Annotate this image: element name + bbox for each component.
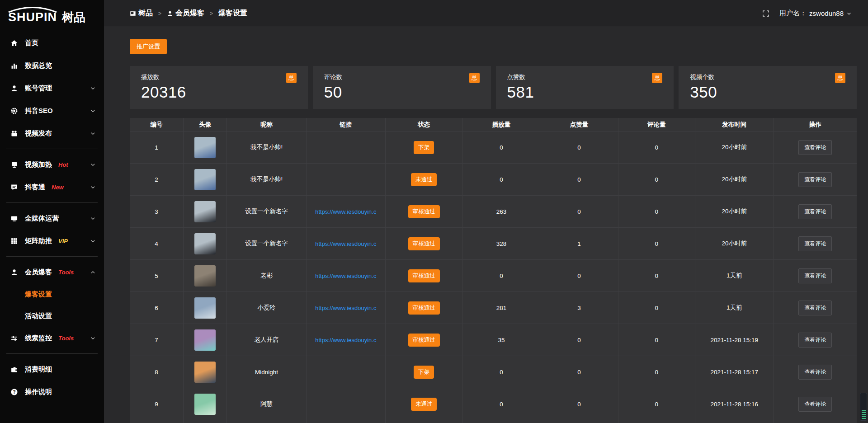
- status-badge[interactable]: 审核通过: [408, 334, 440, 347]
- fullscreen-icon[interactable]: [762, 10, 769, 17]
- breadcrumb-label: 树品: [138, 9, 153, 18]
- breadcrumb-separator: >: [158, 10, 161, 17]
- view-comments-button[interactable]: 查看评论: [798, 140, 832, 155]
- status-badge[interactable]: 未通过: [411, 398, 437, 411]
- avatar: [194, 137, 216, 158]
- view-comments-button[interactable]: 查看评论: [798, 172, 832, 187]
- cell: [695, 420, 774, 423]
- breadcrumb-item-app[interactable]: 树品: [130, 9, 153, 18]
- cell: [130, 420, 184, 423]
- breadcrumb-item-member[interactable]: 会员爆客: [167, 9, 204, 18]
- sidebar-item[interactable]: 视频加热Hot: [0, 153, 104, 176]
- status-badge[interactable]: 审核通过: [408, 237, 440, 250]
- promotion-settings-button[interactable]: 推广设置: [130, 39, 167, 54]
- link-cell: https://www.iesdouyin.c: [307, 260, 386, 291]
- view-comments-button[interactable]: 查看评论: [798, 333, 832, 348]
- video-link[interactable]: https://www.iesdouyin.c: [315, 273, 376, 279]
- view-comments-button[interactable]: 查看评论: [798, 365, 832, 380]
- column-header: 链接: [307, 118, 386, 131]
- grid-icon: [10, 237, 18, 245]
- nickname: Midnight: [227, 356, 306, 388]
- view-comments-button[interactable]: 查看评论: [798, 204, 832, 219]
- total-badge: 总: [652, 73, 662, 83]
- sidebar-divider: [6, 256, 98, 257]
- breadcrumb: 树品 > 会员爆客 > 爆客设置: [130, 9, 247, 18]
- column-header: 编号: [130, 118, 184, 131]
- avatar: [194, 329, 216, 351]
- sidebar-subitem[interactable]: 爆客设置: [0, 283, 104, 305]
- sidebar-item-label: 操作说明: [25, 388, 52, 396]
- sidebar-item[interactable]: 会员爆客Tools: [0, 261, 104, 283]
- row-id: 7: [130, 324, 184, 356]
- stat-card-value: 20316: [141, 84, 297, 101]
- view-comments-button[interactable]: 查看评论: [798, 268, 832, 283]
- status-badge[interactable]: 下架: [414, 141, 434, 154]
- avatar-cell: [184, 196, 227, 227]
- heat-icon: [10, 160, 18, 169]
- sidebar-item[interactable]: 视频发布: [0, 122, 104, 145]
- sidebar-item[interactable]: 数据总览: [0, 54, 104, 77]
- stat-card-value: 350: [690, 84, 845, 101]
- video-link[interactable]: https://www.iesdouyin.c: [315, 240, 376, 247]
- table-row: 7老人开店https://www.iesdouyin.c审核通过35002021…: [130, 324, 857, 356]
- stat-card-label: 视频个数: [690, 73, 845, 81]
- publish-time: 20小时前: [695, 164, 774, 195]
- table-row: 3设置一个新名字https://www.iesdouyin.c审核通过26300…: [130, 196, 857, 228]
- sidebar-item[interactable]: 消费明细: [0, 358, 104, 381]
- sidebar-subitem[interactable]: 活动设置: [0, 305, 104, 327]
- nickname: 我不是小帅!: [227, 132, 306, 163]
- publish-time: 2021-11-28 15:16: [695, 388, 774, 420]
- sidebar-item[interactable]: 账号管理: [0, 77, 104, 99]
- video-link[interactable]: https://www.iesdouyin.c: [315, 305, 376, 311]
- like-count: 0: [540, 196, 618, 227]
- brand-name-cn: 树品: [62, 11, 85, 24]
- view-comments-button[interactable]: 查看评论: [798, 397, 832, 412]
- user-menu[interactable]: 用户名： zswodun88: [779, 9, 852, 18]
- status-badge[interactable]: 未通过: [411, 173, 437, 186]
- avatar-cell: [184, 292, 227, 324]
- cell: [774, 420, 857, 423]
- status-cell: 审核通过: [386, 260, 462, 291]
- main-column: 树品 > 会员爆客 > 爆客设置 用户名：: [104, 0, 868, 423]
- status-cell: 下架: [386, 132, 462, 163]
- sidebar-item[interactable]: 首页: [0, 32, 104, 54]
- row-id: 3: [130, 196, 184, 227]
- nickname: 阿慧: [227, 388, 306, 420]
- view-comments-button[interactable]: 查看评论: [798, 301, 832, 315]
- sidebar-item[interactable]: 抖音SEO: [0, 99, 104, 122]
- publish-time: 20小时前: [695, 196, 774, 227]
- sidebar-item[interactable]: 全媒体运营: [0, 207, 104, 230]
- sidebar-item[interactable]: 矩阵助推VIP: [0, 230, 104, 252]
- chat-icon: [10, 183, 18, 191]
- cell: [540, 420, 618, 423]
- sidebar-divider: [6, 353, 98, 354]
- sidebar-item[interactable]: 抖客通New: [0, 176, 104, 198]
- sidebar-item-tag: Tools: [58, 335, 74, 342]
- play-count: 263: [462, 196, 540, 227]
- videos-table: 编号头像昵称链接状态播放量点赞量评论量发布时间操作1我不是小帅!下架00020小…: [130, 118, 857, 423]
- status-badge[interactable]: 审核通过: [408, 269, 440, 282]
- status-cell: 下架: [386, 356, 462, 388]
- view-comments-button[interactable]: 查看评论: [798, 236, 832, 251]
- sidebar-item-tag: Hot: [58, 161, 68, 168]
- stat-card: 视频个数总350: [679, 66, 857, 109]
- column-header: 评论量: [618, 118, 695, 131]
- breadcrumb-label: 会员爆客: [175, 9, 204, 18]
- video-icon: [10, 129, 18, 137]
- table-header-row: 编号头像昵称链接状态播放量点赞量评论量发布时间操作: [130, 118, 857, 132]
- stat-card: 点赞数总581: [496, 66, 674, 109]
- username-label: 用户名：: [779, 9, 807, 18]
- link-cell: [307, 132, 386, 163]
- status-badge[interactable]: 下架: [414, 366, 434, 379]
- status-badge[interactable]: 审核通过: [408, 301, 440, 315]
- sidebar-item[interactable]: ?操作说明: [0, 381, 104, 403]
- status-badge[interactable]: 审核通过: [408, 205, 440, 218]
- play-count: 0: [462, 260, 540, 291]
- action-cell: 查看评论: [774, 196, 857, 227]
- sidebar-subitem-label: 活动设置: [25, 312, 52, 320]
- video-link[interactable]: https://www.iesdouyin.c: [315, 337, 376, 343]
- sidebar-item[interactable]: 线索监控Tools: [0, 327, 104, 349]
- avatar-cell: [184, 324, 227, 356]
- video-link[interactable]: https://www.iesdouyin.c: [315, 208, 376, 215]
- member-icon: [10, 268, 18, 276]
